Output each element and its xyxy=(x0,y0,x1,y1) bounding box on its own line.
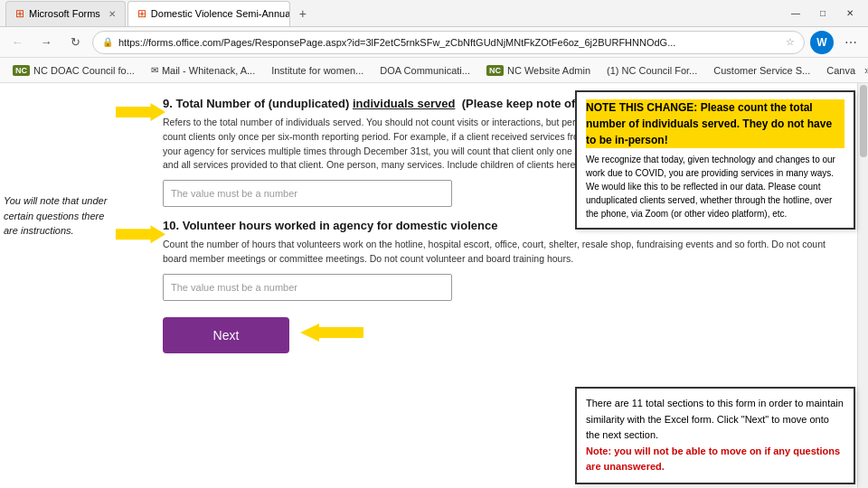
bottom-callout-normal-text: There are 11 total sections to this form… xyxy=(586,398,844,440)
bookmark-nc-council[interactable]: (1) NC Council For... xyxy=(599,61,704,80)
bookmark-ncweb[interactable]: NC NC Website Admin xyxy=(479,61,598,80)
tab-icon-forms1: ⊞ xyxy=(15,7,24,20)
arrow-section10 xyxy=(116,225,165,243)
bookmarks-more[interactable]: » xyxy=(864,59,868,82)
form-area: You will note that under certain questio… xyxy=(0,83,868,488)
bookmark-mail[interactable]: ✉ Mail - Whitenack, A... xyxy=(144,61,262,80)
section-10-block: 10. Volunteer hours worked in agency for… xyxy=(163,218,841,301)
bookmark-canva[interactable]: Canva xyxy=(819,61,863,80)
bookmark-mail-icon: ✉ xyxy=(151,65,158,75)
bookmark-ncdoac[interactable]: NC NC DOAC Council fo... xyxy=(5,61,142,80)
more-options-button[interactable]: ⋯ xyxy=(839,31,863,54)
bookmark-ncweb-icon: NC xyxy=(486,65,504,76)
section-9-input[interactable]: The value must be a number xyxy=(163,180,452,207)
bottom-callout-box: There are 11 total sections to this form… xyxy=(575,387,855,484)
section-10-placeholder: The value must be a number xyxy=(171,282,297,293)
left-annotation-note: You will note that under certain questio… xyxy=(2,192,119,240)
arrow-section9 xyxy=(116,103,165,121)
arrow-next-button xyxy=(300,324,363,342)
main-content: You will note that under certain questio… xyxy=(0,83,868,488)
next-button[interactable]: Next xyxy=(163,317,289,353)
tab-microsoft-forms[interactable]: ⊞ Microsoft Forms ✕ xyxy=(5,1,126,26)
callout-highlight-text: NOTE THIS CHANGE: Please count the total… xyxy=(586,99,844,148)
bookmark-doa[interactable]: DOA Communicati... xyxy=(373,61,477,80)
section-9-placeholder: The value must be a number xyxy=(171,188,297,199)
tab-bar: ⊞ Microsoft Forms ✕ ⊞ Domestic Violence … xyxy=(5,1,779,26)
lock-icon: 🔒 xyxy=(102,37,113,47)
profile-avatar[interactable]: W xyxy=(810,31,834,54)
bookmark-canva-label: Canva xyxy=(826,65,855,76)
left-note-text: You will note that under certain questio… xyxy=(4,195,107,236)
window-controls: — □ ✕ xyxy=(783,4,863,23)
top-callout-box: NOTE THIS CHANGE: Please count the total… xyxy=(575,90,855,230)
url-text: https://forms.office.com/Pages/ResponseP… xyxy=(118,37,780,48)
maximize-button[interactable]: □ xyxy=(810,4,835,23)
bookmark-customer[interactable]: Customer Service S... xyxy=(706,61,817,80)
forward-button[interactable]: → xyxy=(34,31,58,54)
tab-domestic-violence[interactable]: ⊞ Domestic Violence Semi-Annual... ✕ xyxy=(127,1,290,26)
tab-icon-forms2: ⊞ xyxy=(137,7,146,20)
title-bar: ⊞ Microsoft Forms ✕ ⊞ Domestic Violence … xyxy=(0,0,868,27)
callout-body-text: We recognize that today, given technolog… xyxy=(586,153,844,221)
address-icons: ☆ xyxy=(786,36,795,48)
bookmarks-bar: NC NC DOAC Council fo... ✉ Mail - Whiten… xyxy=(0,58,868,83)
bookmark-nc-icon: NC xyxy=(13,65,30,76)
star-icon[interactable]: ☆ xyxy=(786,36,795,48)
address-box[interactable]: 🔒 https://forms.office.com/Pages/Respons… xyxy=(92,31,805,54)
bookmark-ncweb-label: NC Website Admin xyxy=(507,65,590,76)
bookmark-customer-label: Customer Service S... xyxy=(713,65,810,76)
minimize-button[interactable]: — xyxy=(783,4,808,23)
next-button-row: Next xyxy=(163,312,841,353)
scrollbar[interactable] xyxy=(857,83,868,488)
tab-close-forms1[interactable]: ✕ xyxy=(108,9,116,19)
bookmark-mail-label: Mail - Whitenack, A... xyxy=(162,65,255,76)
section-10-description: Count the number of hours that volunteer… xyxy=(163,238,841,267)
bookmark-ncdoac-label: NC DOAC Council fo... xyxy=(33,65,135,76)
back-button[interactable]: ← xyxy=(5,31,29,54)
refresh-button[interactable]: ↻ xyxy=(63,31,87,54)
bottom-callout-warn-text: Note: you will not be able to move on if… xyxy=(586,446,840,473)
bookmark-doa-label: DOA Communicati... xyxy=(380,65,470,76)
close-button[interactable]: ✕ xyxy=(837,4,863,23)
section-10-input[interactable]: The value must be a number xyxy=(163,274,452,301)
bookmark-nc-council-label: (1) NC Council For... xyxy=(607,65,697,76)
scroll-thumb[interactable] xyxy=(860,85,867,157)
tab-label-forms1: Microsoft Forms xyxy=(29,8,100,19)
tab-label-domestic: Domestic Violence Semi-Annual... xyxy=(151,8,290,19)
bookmark-institute-label: Institute for women... xyxy=(271,65,363,76)
bookmark-institute[interactable]: Institute for women... xyxy=(264,61,371,80)
new-tab-button[interactable]: + xyxy=(292,3,314,24)
address-bar-row: ← → ↻ 🔒 https://forms.office.com/Pages/R… xyxy=(0,27,868,58)
